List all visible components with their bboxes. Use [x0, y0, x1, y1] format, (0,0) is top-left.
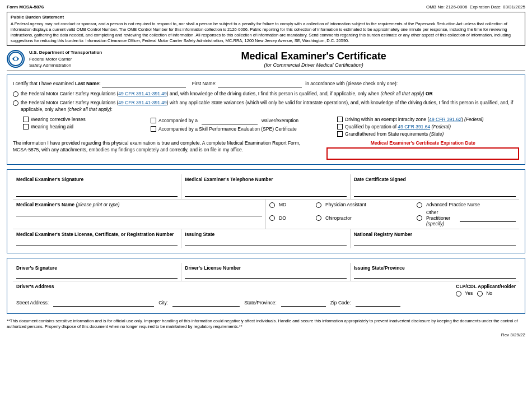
type-do-radio[interactable]	[269, 215, 275, 221]
expiry-box-area: Medical Examiner's Certificate Expiratio…	[326, 140, 519, 160]
street-label: Street Address:	[16, 300, 49, 305]
waiver-label: waiver/exemption	[262, 118, 298, 123]
option2-link[interactable]: 49 CFR 391.41-391.49	[118, 100, 166, 105]
examiner-date-label: Date Certificate Signed	[354, 177, 516, 182]
clp-no-option: No	[477, 290, 492, 297]
agency-logo	[7, 50, 25, 68]
state-label: State/Province:	[244, 300, 277, 305]
street-input[interactable]	[53, 299, 154, 307]
hearing-aid-label: Wearing hearing aid	[31, 124, 73, 129]
checkbox-corrective-lenses: Wearing corrective lenses	[23, 117, 146, 122]
driver-license-line[interactable]	[185, 271, 346, 279]
public-burden-box: Public Burden Statement A Federal agency…	[7, 12, 525, 46]
first-name-input[interactable]	[218, 80, 302, 87]
examiner-name-line[interactable]	[16, 209, 262, 216]
city-label: City:	[158, 300, 168, 305]
examiner-sig-label: Medical Examiner's Signature	[16, 177, 178, 182]
national-registry-cell: National Registry Number	[351, 229, 519, 248]
zip-input[interactable]	[356, 299, 400, 307]
clp-label: CLP/CDL Applicant/Holder	[456, 284, 516, 289]
type-apn-radio[interactable]	[417, 202, 422, 208]
intracity-link[interactable]: 49 CFR 391.62	[429, 117, 461, 122]
examiner-tel-label: Medical Examiner's Telephone Number	[185, 177, 346, 182]
checkbox-spe: Accompanied by a Skill Performance Evalu…	[151, 126, 333, 132]
driver-state-cell: Issuing State/Province	[351, 263, 519, 281]
type-do: DO	[269, 215, 314, 221]
driver-state-line[interactable]	[354, 271, 516, 279]
accompanied1-checkbox[interactable]	[151, 118, 156, 123]
public-burden-text: A Federal agency may not conduct or spon…	[11, 21, 521, 43]
type-pa: Physician Assistant	[316, 202, 415, 208]
examiner-tel-line[interactable]	[185, 189, 346, 197]
hearing-aid-checkbox[interactable]	[23, 124, 29, 129]
examiner-date-line[interactable]	[354, 189, 516, 197]
examiner-row3: Medical Examiner's State License, Certif…	[13, 229, 519, 248]
examiner-row1: Medical Examiner's Signature Medical Exa…	[13, 174, 519, 200]
type-other-input[interactable]	[460, 214, 516, 222]
type-pa-radio[interactable]	[316, 202, 321, 208]
type-other-radio[interactable]	[417, 215, 422, 221]
grandfathered-checkbox[interactable]	[337, 131, 343, 137]
expiry-date-input[interactable]	[326, 147, 519, 160]
cert-title: Medical Examiner's Certificate	[102, 50, 525, 62]
type-chiro-radio[interactable]	[316, 215, 321, 221]
type-other: Other Practitioner (specify)	[417, 210, 516, 226]
examiner-sig-cell: Medical Examiner's Signature	[13, 174, 181, 199]
footer-text: **This document contains sensitive infor…	[7, 318, 525, 330]
option1-radio[interactable]	[13, 91, 18, 97]
driver-license-cell: Driver's License Number	[181, 263, 350, 281]
clp-yes-radio[interactable]	[456, 291, 461, 297]
state-input[interactable]	[281, 299, 326, 307]
type-md-radio[interactable]	[269, 202, 275, 208]
license-cell: Medical Examiner's State License, Certif…	[13, 229, 181, 248]
issuing-state-label: Issuing State	[185, 232, 346, 237]
driver-sig-label: Driver's Signature	[16, 265, 178, 271]
city-input[interactable]	[172, 299, 240, 307]
examiner-name-cell: Medical Examiner's Name (please print or…	[13, 200, 266, 229]
clp-yes-option: Yes	[456, 290, 473, 297]
option2-row: the Federal Motor Carrier Safety Regulat…	[13, 100, 519, 113]
certify-intro: I certify that I have examined	[13, 81, 74, 86]
type-options-grid: MD Physician Assistant Advanced Practice…	[269, 202, 516, 226]
qualified-link[interactable]: 49 CFR 391.64	[398, 124, 431, 129]
type-do-label: DO	[279, 215, 286, 221]
intracity-checkbox[interactable]	[337, 117, 343, 122]
issuing-state-cell: Issuing State	[181, 229, 350, 248]
last-name-label: Last Name:	[75, 81, 101, 86]
option1-row: the Federal Motor Carrier Safety Regulat…	[13, 91, 519, 98]
spe-label: Accompanied by a Skill Performance Evalu…	[158, 126, 297, 132]
clp-no-radio[interactable]	[477, 291, 483, 297]
issuing-state-line[interactable]	[185, 238, 346, 246]
accompanied1-label: Accompanied by a	[158, 118, 198, 123]
examiner-row2: Medical Examiner's Name (please print or…	[13, 200, 519, 229]
driver-section: Driver's Signature Driver's License Numb…	[7, 258, 525, 314]
option2-radio[interactable]	[13, 100, 18, 106]
driver-sig-line[interactable]	[16, 271, 178, 279]
license-line[interactable]	[16, 238, 178, 246]
cert-subtitle: (for Commercial Driver Medical Certifica…	[102, 62, 525, 68]
type-other-label: Other Practitioner (specify)	[426, 210, 456, 226]
national-registry-label: National Registry Number	[354, 232, 516, 237]
spe-checkbox[interactable]	[151, 126, 156, 132]
driver-license-label: Driver's License Number	[185, 265, 346, 271]
examiner-sig-line[interactable]	[16, 189, 178, 197]
driver-address-row: Driver's Address CLP/CDL Applicant/Holde…	[13, 281, 519, 309]
certify-section: I certify that I have examined Last Name…	[7, 75, 525, 165]
last-name-input[interactable]	[102, 80, 186, 87]
type-apn: Advanced Practice Nurse	[417, 202, 516, 208]
national-registry-line[interactable]	[354, 238, 516, 246]
license-label: Medical Examiner's State License, Certif…	[16, 232, 178, 237]
checkbox-col1: Wearing corrective lenses Wearing hearin…	[23, 117, 146, 137]
option1-link[interactable]: 49 CFR 391.41-391.49	[118, 91, 166, 96]
accompanied-line[interactable]	[202, 117, 258, 124]
public-burden-title: Public Burden Statement	[11, 15, 521, 20]
qualified-checkbox[interactable]	[337, 124, 343, 129]
corrective-lenses-checkbox[interactable]	[23, 117, 29, 122]
clp-options: Yes No	[456, 290, 516, 297]
checkbox-intracity: Driving within an exempt intracity zone …	[337, 117, 519, 122]
accordance-text: in accordance with (please check only on…	[305, 81, 398, 86]
expiry-area: The information I have provided regardin…	[13, 140, 519, 160]
agency-header: U.S. Department of Transportation Federa…	[7, 49, 525, 71]
examiner-tel-cell: Medical Examiner's Telephone Number	[181, 174, 350, 199]
clp-no-label: No	[486, 290, 492, 296]
